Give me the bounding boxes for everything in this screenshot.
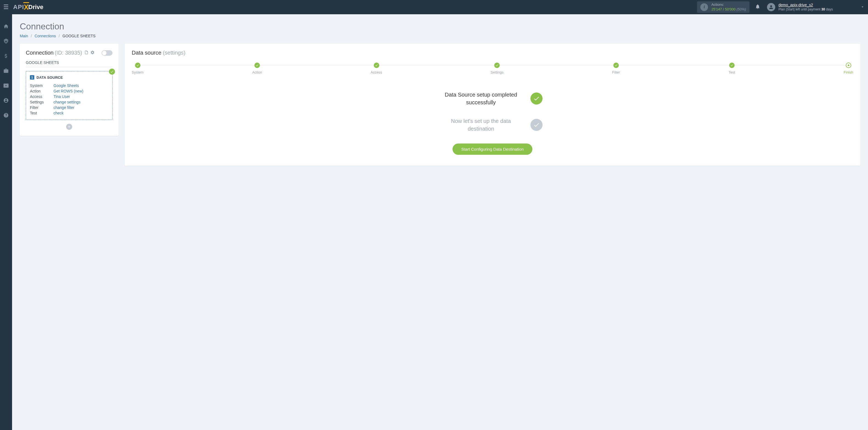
step-label: Finish (844, 70, 853, 74)
row-value-link[interactable]: check (54, 111, 64, 115)
wizard-step[interactable]: Test (728, 63, 735, 74)
breadcrumb-current: GOOGLE SHEETS (63, 34, 96, 38)
wizard-step[interactable]: Action (252, 63, 262, 74)
data-source-title: DATA SOURCE (36, 75, 63, 80)
plan-suffix: days (825, 7, 833, 11)
left-sidebar (0, 14, 12, 430)
logo-x-icon: X (24, 3, 29, 11)
notifications-bell-icon[interactable] (755, 4, 761, 11)
user-icon[interactable] (0, 97, 12, 104)
row-value-link[interactable]: change settings (54, 100, 81, 104)
logo-drive: Drive (28, 4, 43, 11)
step-label: System (132, 70, 144, 74)
data-source-row: ActionGet ROWS (new) (30, 88, 108, 94)
step-label: Access (371, 70, 382, 74)
data-source-row: Filterchange filter (30, 105, 108, 110)
data-source-row: Settingschange settings (30, 99, 108, 105)
step-label: Settings (491, 70, 503, 74)
data-source-box[interactable]: 1 DATA SOURCE SystemGoogle SheetsActionG… (26, 71, 113, 120)
breadcrumb-connections[interactable]: Connections (35, 34, 56, 38)
logo[interactable]: API X Drive (13, 3, 43, 11)
next-step-message: Now let's set up the data destination (443, 117, 520, 132)
breadcrumb: Main / Connections / GOOGLE SHEETS (20, 34, 860, 38)
actions-sep: / (722, 7, 725, 11)
connection-title: Connection (26, 50, 54, 56)
start-configuring-button[interactable]: Start Configuring Data Destination (453, 144, 533, 155)
help-icon[interactable] (0, 112, 12, 119)
plan-line: Plan |Start| left until payment 30 days (779, 7, 833, 12)
plan-days: 30 (822, 7, 825, 11)
logo-api: API (13, 4, 24, 11)
row-value-link[interactable]: Google Sheets (54, 84, 79, 88)
document-icon[interactable] (84, 50, 89, 55)
page-title: Connection (20, 22, 860, 32)
avatar-icon (767, 3, 775, 11)
wizard-step[interactable]: Finish (844, 63, 853, 74)
pending-check-icon (530, 119, 542, 131)
connections-icon[interactable] (0, 37, 12, 45)
actions-usage-box[interactable]: i Actions: 25'147 / 50'000 (50%) (697, 1, 749, 13)
connection-id: (ID: 38935) (55, 50, 82, 56)
step-done-icon (254, 63, 260, 68)
row-value-link[interactable]: Get ROWS (new) (54, 89, 84, 93)
step-done-icon (494, 63, 500, 68)
wizard-step[interactable]: Filter (612, 63, 620, 74)
row-value-link[interactable]: change filter (54, 105, 74, 110)
settings-subtitle: (settings) (163, 50, 185, 56)
main-content: Connection Main / Connections / GOOGLE S… (12, 14, 868, 430)
breadcrumb-sep: / (59, 34, 60, 38)
actions-total: 50'000 (725, 7, 736, 11)
connection-subtitle: GOOGLE SHEETS (26, 60, 113, 67)
dollar-icon[interactable] (0, 52, 12, 60)
step-done-icon (135, 63, 141, 68)
step-done-icon (729, 63, 735, 68)
actions-text: Actions: 25'147 / 50'000 (50%) (711, 2, 746, 12)
step-current-icon (846, 63, 851, 68)
data-source-row: Testcheck (30, 110, 108, 116)
row-label: Filter (30, 105, 54, 110)
wizard-step[interactable]: Access (371, 63, 382, 74)
gear-icon[interactable] (90, 50, 95, 55)
row-value-link[interactable]: Tina User (54, 94, 70, 99)
info-icon: i (700, 3, 708, 11)
actions-used: 25'147 (711, 7, 722, 11)
username: demo_apix-drive_s2 (779, 2, 833, 7)
step-done-icon (374, 63, 379, 68)
actions-pct: (50%) (737, 7, 746, 11)
connection-toggle[interactable] (101, 50, 113, 56)
top-navbar: ☰ API X Drive i Actions: 25'147 / 50'000… (0, 0, 868, 14)
user-info: demo_apix-drive_s2 Plan |Start| left unt… (779, 2, 833, 12)
plan-prefix: Plan |Start| left until payment (779, 7, 822, 11)
actions-label: Actions: (711, 2, 746, 7)
check-icon (109, 69, 115, 74)
step-number-badge: 1 (30, 75, 34, 80)
row-label: Settings (30, 100, 54, 104)
breadcrumb-sep: / (31, 34, 32, 38)
data-source-row: SystemGoogle Sheets (30, 83, 108, 88)
wizard-step[interactable]: System (132, 63, 144, 74)
home-icon[interactable] (0, 23, 12, 30)
row-label: System (30, 84, 54, 88)
briefcase-icon[interactable] (0, 67, 12, 74)
data-source-settings-card: Data source (settings) SystemActionAcces… (125, 43, 860, 166)
row-label: Action (30, 89, 54, 93)
success-message: Data Source setup completed successfully (443, 91, 520, 106)
user-menu[interactable]: demo_apix-drive_s2 Plan |Start| left unt… (767, 2, 865, 12)
step-label: Action (252, 70, 262, 74)
data-source-row: AccessTina User (30, 94, 108, 99)
breadcrumb-main[interactable]: Main (20, 34, 28, 38)
step-label: Test (728, 70, 735, 74)
chevron-down-icon (860, 5, 865, 10)
settings-title: Data source (132, 50, 161, 56)
row-label: Access (30, 94, 54, 99)
connection-card: Connection (ID: 38935) GOOGLE SHEETS 1 D… (20, 43, 119, 136)
row-label: Test (30, 111, 54, 115)
menu-toggle-icon[interactable]: ☰ (3, 4, 9, 11)
video-icon[interactable] (0, 82, 12, 89)
step-done-icon (613, 63, 619, 68)
step-label: Filter (612, 70, 620, 74)
add-destination-button[interactable]: + (66, 124, 72, 130)
wizard-step[interactable]: Settings (491, 63, 503, 74)
success-check-icon (530, 92, 542, 104)
